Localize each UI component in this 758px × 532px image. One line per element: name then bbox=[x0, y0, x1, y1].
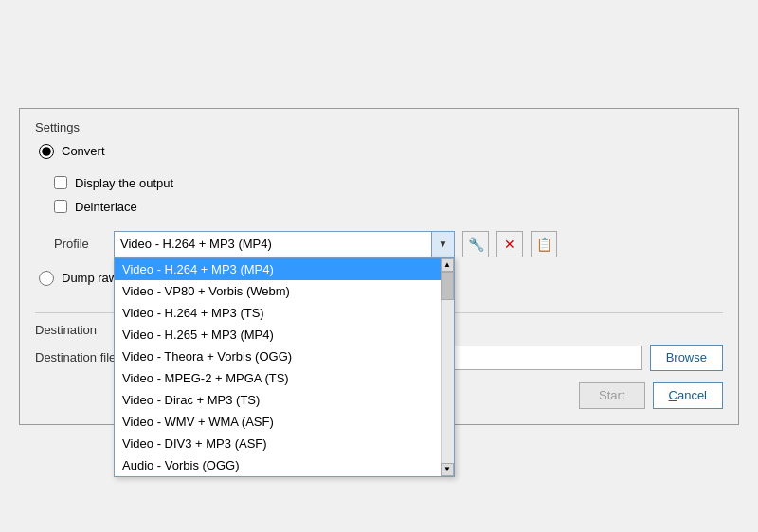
convert-label: Convert bbox=[62, 144, 105, 158]
profile-label: Profile bbox=[54, 237, 106, 251]
dropdown-item[interactable]: Video - Theora + Vorbis (OGG) bbox=[115, 346, 454, 367]
scrollbar-thumb[interactable] bbox=[441, 272, 454, 300]
dropdown-item[interactable]: Audio - Vorbis (OGG) bbox=[115, 454, 454, 476]
start-button[interactable]: Start bbox=[579, 382, 644, 409]
list-icon: 📋 bbox=[536, 237, 552, 252]
profile-row: Profile Video - H.264 + MP3 (MP4) ▼ Vide… bbox=[54, 231, 723, 257]
profile-dropdown-container[interactable]: Video - H.264 + MP3 (MP4) ▼ Video - H.26… bbox=[114, 231, 455, 257]
browse-button[interactable]: Browse bbox=[650, 345, 723, 371]
cancel-button[interactable]: Cancel bbox=[653, 382, 723, 409]
dropdown-item[interactable]: Video - H.264 + MP3 (TS) bbox=[115, 302, 454, 324]
scroll-up-button[interactable]: ▲ bbox=[441, 258, 454, 272]
list-button[interactable]: 📋 bbox=[531, 231, 557, 257]
delete-button[interactable]: ✕ bbox=[496, 231, 523, 257]
close-icon: ✕ bbox=[504, 237, 515, 252]
dropdown-item[interactable]: Video - MPEG-2 + MPGA (TS) bbox=[115, 367, 454, 389]
scroll-down-button[interactable]: ▼ bbox=[441, 463, 454, 476]
dropdown-item[interactable]: Video - DIV3 + MP3 (ASF) bbox=[115, 433, 454, 454]
section-title: Settings bbox=[35, 120, 723, 134]
dropdown-item[interactable]: Video - WMV + WMA (ASF) bbox=[115, 411, 454, 433]
deinterlace-checkbox[interactable] bbox=[54, 200, 67, 213]
wrench-icon: 🔧 bbox=[468, 237, 484, 252]
dropdown-item[interactable]: Video - H.264 + MP3 (MP4) bbox=[115, 258, 454, 280]
convert-radio[interactable] bbox=[39, 144, 54, 159]
display-output-row[interactable]: Display the output bbox=[54, 176, 723, 190]
dropdown-list: Video - H.264 + MP3 (MP4)Video - VP80 + … bbox=[115, 258, 454, 476]
convert-radio-row[interactable]: Convert bbox=[39, 144, 723, 159]
dump-raw-radio[interactable] bbox=[39, 271, 54, 286]
dropdown-list-container: Video - H.264 + MP3 (MP4)Video - VP80 + … bbox=[115, 258, 454, 476]
dropdown-item[interactable]: Video - VP80 + Vorbis (Webm) bbox=[115, 280, 454, 302]
dropdown-list-wrapper: Video - H.264 + MP3 (MP4)Video - VP80 + … bbox=[114, 257, 455, 477]
deinterlace-label: Deinterlace bbox=[75, 200, 137, 214]
settings-dialog: Settings Convert Display the output Dein… bbox=[19, 108, 739, 425]
selected-profile-text: Video - H.264 + MP3 (MP4) bbox=[120, 237, 454, 251]
scrollbar-track: ▲ ▼ bbox=[441, 258, 454, 476]
profile-dropdown[interactable]: Video - H.264 + MP3 (MP4) ▼ bbox=[114, 231, 455, 257]
dropdown-item[interactable]: Video - Dirac + MP3 (TS) bbox=[115, 389, 454, 411]
display-output-checkbox[interactable] bbox=[54, 176, 67, 189]
deinterlace-row[interactable]: Deinterlace bbox=[54, 200, 723, 214]
dropdown-item[interactable]: Video - H.265 + MP3 (MP4) bbox=[115, 324, 454, 346]
cancel-underline: Cancel bbox=[669, 388, 707, 402]
settings-wrench-button[interactable]: 🔧 bbox=[462, 231, 489, 257]
display-output-label: Display the output bbox=[75, 176, 173, 190]
